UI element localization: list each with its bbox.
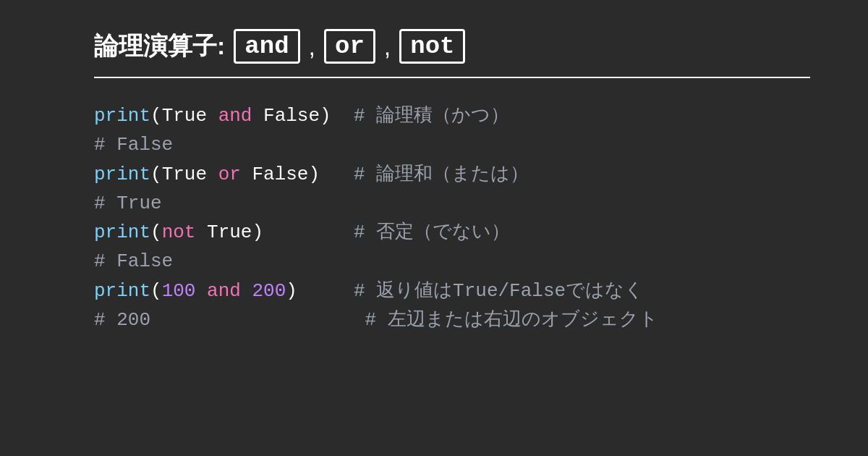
code-line-4: # True	[94, 189, 810, 218]
comment-2: # False	[94, 130, 173, 159]
kw-or-1: or	[218, 160, 241, 189]
code-line-6: # False	[94, 247, 810, 276]
fn-print-3: print	[94, 218, 150, 247]
comment-8a: # 200	[94, 305, 150, 334]
comment-1: # 論理積（かつ）	[331, 101, 509, 130]
comment-3: # 論理和（または）	[320, 160, 529, 189]
code-line-1: print(True and False) # 論理積（かつ）	[94, 101, 810, 130]
paren-open-1: (	[150, 101, 162, 130]
comment-4: # True	[94, 189, 162, 218]
comment-8b: # 左辺または右辺のオブジェクト	[150, 305, 658, 334]
paren-open-2: (	[150, 160, 162, 189]
bool-true-2: True	[162, 160, 218, 189]
keyword-not: not	[399, 29, 465, 64]
space-1	[195, 276, 207, 305]
bool-true-1: True	[162, 101, 218, 130]
space-2	[241, 276, 252, 305]
page-title: 論理演算子:	[94, 30, 225, 63]
kw-and-2: and	[207, 276, 241, 305]
page-header: 論理演算子: and , or , not	[94, 29, 810, 64]
comment-5: # 否定（でない）	[263, 218, 510, 247]
keyword-or: or	[324, 29, 375, 64]
fn-print-4: print	[94, 276, 150, 305]
comment-7: # 返り値はTrue/Falseではなく	[297, 276, 644, 305]
paren-open-4: (	[150, 276, 162, 305]
paren-close-3: )	[252, 218, 263, 247]
comment-6: # False	[94, 247, 173, 276]
paren-close-2: )	[308, 160, 320, 189]
code-line-5: print(not True) # 否定（でない）	[94, 218, 810, 247]
num-100: 100	[162, 276, 196, 305]
kw-not-1: not	[162, 218, 196, 247]
paren-close-4: )	[286, 276, 297, 305]
fn-print-1: print	[94, 101, 150, 130]
bool-true-3: True	[195, 218, 252, 247]
separator-2: ,	[384, 33, 391, 61]
keyword-and: and	[234, 29, 299, 64]
code-block: print(True and False) # 論理積（かつ） # False …	[94, 101, 810, 334]
code-line-8: # 200 # 左辺または右辺のオブジェクト	[94, 305, 810, 334]
code-line-7: print(100 and 200) # 返り値はTrue/Falseではなく	[94, 276, 810, 305]
header-divider	[94, 77, 810, 78]
fn-print-2: print	[94, 160, 150, 189]
bool-false-2: False	[241, 160, 309, 189]
paren-open-3: (	[150, 218, 162, 247]
code-line-2: # False	[94, 130, 810, 159]
num-200: 200	[252, 276, 286, 305]
separator-1: ,	[309, 33, 315, 61]
kw-and-1: and	[218, 101, 252, 130]
paren-close-1: )	[320, 101, 331, 130]
bool-false-1: False	[252, 101, 320, 130]
code-line-3: print(True or False) # 論理和（または）	[94, 160, 810, 189]
